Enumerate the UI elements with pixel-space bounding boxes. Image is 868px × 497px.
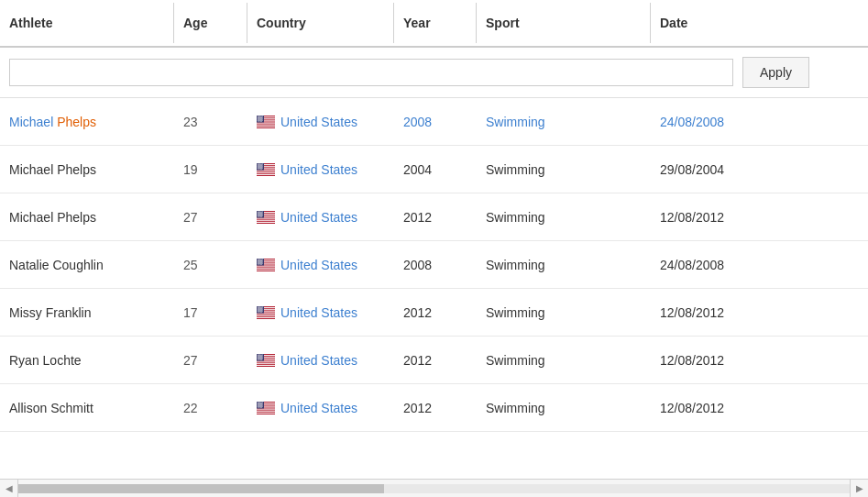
scroll-left-arrow[interactable]: ◀ bbox=[0, 480, 18, 498]
svg-point-164 bbox=[260, 309, 261, 310]
svg-point-169 bbox=[261, 310, 262, 311]
svg-rect-41 bbox=[257, 173, 275, 174]
svg-point-46 bbox=[261, 163, 262, 164]
svg-point-125 bbox=[261, 260, 262, 261]
svg-point-33 bbox=[260, 120, 261, 121]
svg-point-81 bbox=[261, 211, 262, 212]
svg-point-128 bbox=[259, 261, 260, 262]
svg-point-239 bbox=[261, 405, 262, 406]
cell-country: United States bbox=[247, 342, 394, 379]
svg-point-134 bbox=[261, 262, 262, 263]
svg-rect-214 bbox=[257, 408, 275, 409]
apply-button[interactable]: Apply bbox=[742, 57, 809, 88]
table-row: Michael Phelps27 United States2012Swimmi… bbox=[0, 193, 868, 241]
cell-year: 2008 bbox=[394, 104, 477, 140]
svg-point-86 bbox=[261, 212, 262, 213]
us-flag-icon bbox=[257, 116, 275, 128]
table-row: Missy Franklin17 United States2012Swimmi… bbox=[0, 289, 868, 337]
country-name: United States bbox=[280, 162, 357, 177]
cell-country: United States bbox=[247, 294, 394, 331]
cell-athlete: Ryan Lochte bbox=[0, 342, 174, 379]
svg-point-90 bbox=[261, 213, 262, 214]
svg-point-157 bbox=[258, 308, 258, 309]
svg-point-162 bbox=[258, 309, 258, 310]
svg-point-18 bbox=[258, 117, 259, 118]
svg-point-152 bbox=[262, 306, 263, 307]
svg-point-19 bbox=[259, 117, 260, 118]
col-header-sport: Sport bbox=[477, 3, 651, 43]
svg-rect-40 bbox=[257, 171, 275, 172]
svg-point-195 bbox=[261, 356, 262, 357]
svg-point-121 bbox=[261, 260, 262, 260]
svg-point-220 bbox=[259, 402, 260, 403]
svg-point-123 bbox=[258, 260, 259, 261]
svg-point-161 bbox=[262, 308, 263, 309]
svg-point-232 bbox=[258, 404, 258, 405]
svg-point-16 bbox=[261, 116, 262, 117]
svg-rect-39 bbox=[257, 170, 275, 171]
svg-point-85 bbox=[260, 212, 261, 213]
svg-point-31 bbox=[258, 120, 258, 121]
svg-point-208 bbox=[260, 359, 261, 359]
svg-point-198 bbox=[259, 357, 260, 358]
svg-point-61 bbox=[258, 167, 258, 168]
filter-row: Apply bbox=[0, 48, 868, 98]
svg-rect-180 bbox=[257, 362, 275, 363]
h-scroll-track[interactable] bbox=[18, 484, 850, 493]
cell-year: 2012 bbox=[394, 390, 477, 426]
svg-point-79 bbox=[258, 211, 259, 212]
athlete-full-name: Michael Phelps bbox=[9, 210, 96, 225]
svg-point-57 bbox=[258, 166, 258, 167]
horizontal-scrollbar[interactable]: ◀ ▶ bbox=[0, 479, 868, 497]
svg-point-63 bbox=[259, 167, 260, 168]
svg-point-223 bbox=[258, 403, 258, 403]
cell-date: 24/08/2008 bbox=[651, 247, 797, 283]
country-name: United States bbox=[280, 305, 357, 320]
table-body[interactable]: Michael Phelps23 United States2008Swimmi… bbox=[0, 98, 868, 479]
svg-rect-215 bbox=[257, 410, 275, 411]
cell-athlete: Michael Phelps bbox=[0, 199, 174, 236]
svg-point-102 bbox=[259, 215, 260, 216]
cell-country: United States bbox=[247, 199, 394, 236]
svg-point-29 bbox=[261, 119, 262, 120]
svg-point-30 bbox=[262, 119, 263, 120]
svg-point-15 bbox=[260, 116, 261, 117]
svg-point-244 bbox=[261, 406, 262, 407]
svg-point-191 bbox=[261, 355, 262, 356]
svg-point-32 bbox=[259, 120, 260, 121]
col-header-date: Date bbox=[651, 3, 797, 43]
svg-point-95 bbox=[261, 214, 262, 215]
svg-point-82 bbox=[262, 211, 263, 212]
svg-point-226 bbox=[261, 403, 262, 403]
svg-point-43 bbox=[258, 163, 258, 164]
svg-point-51 bbox=[261, 164, 262, 165]
svg-point-129 bbox=[260, 261, 261, 262]
rows-container: Michael Phelps23 United States2008Swimmi… bbox=[0, 98, 868, 432]
svg-point-159 bbox=[259, 308, 260, 309]
svg-point-192 bbox=[258, 356, 258, 357]
table-row: Michael Phelps23 United States2008Swimmi… bbox=[0, 98, 868, 146]
col-header-country: Country bbox=[247, 3, 394, 43]
cell-age: 17 bbox=[174, 294, 247, 331]
svg-point-101 bbox=[258, 215, 258, 216]
svg-point-233 bbox=[259, 404, 260, 405]
svg-point-188 bbox=[258, 355, 258, 356]
svg-point-170 bbox=[262, 310, 263, 311]
svg-point-24 bbox=[260, 118, 261, 119]
svg-point-234 bbox=[260, 404, 261, 405]
svg-point-209 bbox=[261, 359, 262, 359]
svg-point-155 bbox=[260, 307, 261, 308]
athlete-full-name: Missy Franklin bbox=[9, 305, 91, 320]
scroll-right-arrow[interactable]: ▶ bbox=[850, 480, 868, 498]
svg-point-201 bbox=[258, 358, 258, 359]
svg-point-242 bbox=[259, 406, 260, 407]
filter-input[interactable] bbox=[9, 59, 733, 86]
svg-point-151 bbox=[261, 306, 262, 307]
svg-rect-181 bbox=[257, 364, 275, 365]
table-row: Ryan Lochte27 United States2012Swimming1… bbox=[0, 337, 868, 384]
svg-point-221 bbox=[261, 402, 262, 403]
svg-point-148 bbox=[258, 306, 258, 307]
svg-point-78 bbox=[258, 211, 258, 212]
svg-point-92 bbox=[258, 214, 258, 215]
svg-point-14 bbox=[259, 116, 260, 117]
